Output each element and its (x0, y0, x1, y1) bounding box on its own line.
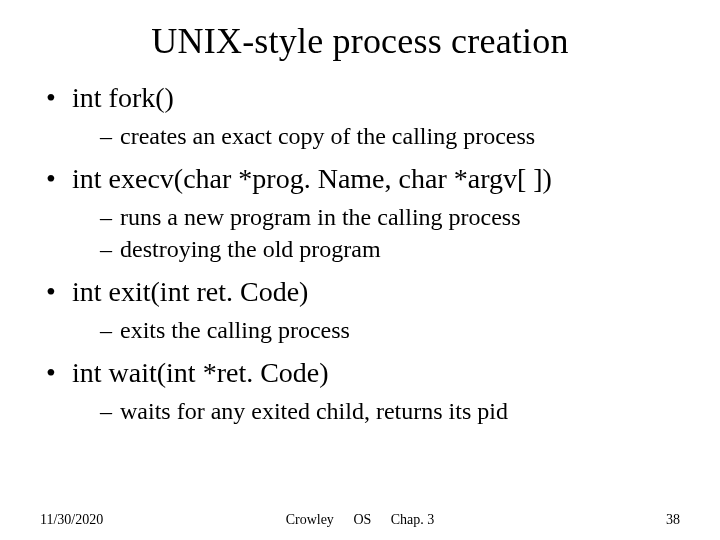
slide-title: UNIX-style process creation (40, 20, 680, 62)
footer-author: Crowley (286, 512, 334, 527)
bullet-text: int wait(int *ret. Code) (72, 357, 329, 388)
bullet-item: int execv(char *prog. Name, char *argv[ … (44, 161, 680, 264)
bullet-text: int execv(char *prog. Name, char *argv[ … (72, 163, 552, 194)
footer-center: Crowley OS Chap. 3 (40, 512, 680, 528)
slide-footer: 11/30/2020 Crowley OS Chap. 3 38 (40, 512, 680, 528)
sub-item: destroying the old program (100, 234, 680, 264)
footer-course: OS (353, 512, 371, 527)
sub-item: waits for any exited child, returns its … (100, 396, 680, 426)
bullet-item: int exit(int ret. Code) exits the callin… (44, 274, 680, 345)
bullet-text: int fork() (72, 82, 174, 113)
sub-list: waits for any exited child, returns its … (72, 396, 680, 426)
bullet-item: int fork() creates an exact copy of the … (44, 80, 680, 151)
sub-item: creates an exact copy of the calling pro… (100, 121, 680, 151)
bullet-item: int wait(int *ret. Code) waits for any e… (44, 355, 680, 426)
bullet-list: int fork() creates an exact copy of the … (40, 80, 680, 426)
sub-list: exits the calling process (72, 315, 680, 345)
sub-list: creates an exact copy of the calling pro… (72, 121, 680, 151)
sub-item: exits the calling process (100, 315, 680, 345)
slide: UNIX-style process creation int fork() c… (0, 0, 720, 540)
sub-item: runs a new program in the calling proces… (100, 202, 680, 232)
footer-chapter: Chap. 3 (391, 512, 435, 527)
sub-list: runs a new program in the calling proces… (72, 202, 680, 264)
bullet-text: int exit(int ret. Code) (72, 276, 308, 307)
